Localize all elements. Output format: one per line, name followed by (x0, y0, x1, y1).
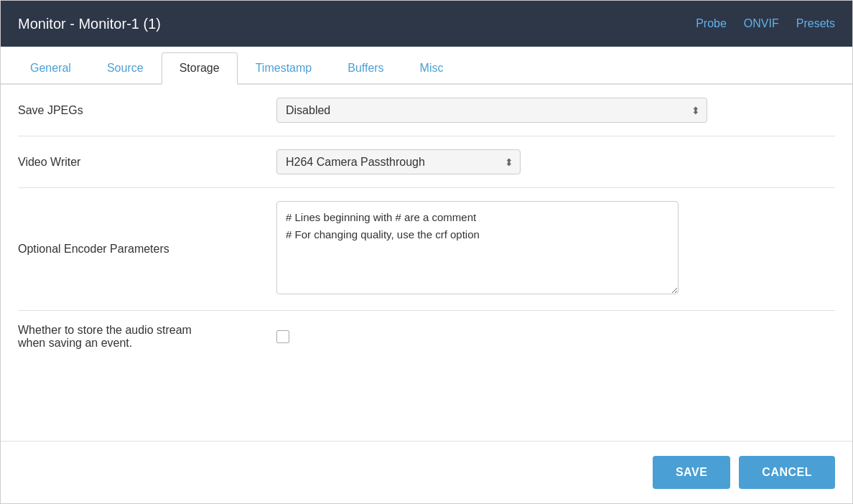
save-button[interactable]: SAVE (653, 456, 730, 489)
save-jpegs-select[interactable]: Disabled Enabled (276, 98, 707, 123)
encoder-params-control: # Lines beginning with # are a comment #… (276, 201, 835, 297)
video-writer-row: Video Writer H264 Camera Passthrough MPE… (18, 136, 835, 188)
encoder-params-row: Optional Encoder Parameters # Lines begi… (18, 188, 835, 311)
video-writer-select-wrapper: H264 Camera Passthrough MPEG-4 H264 H265… (276, 149, 521, 174)
video-writer-select[interactable]: H264 Camera Passthrough MPEG-4 H264 H265 (276, 149, 521, 174)
save-jpegs-row: Save JPEGs Disabled Enabled ⬍ (18, 85, 835, 136)
header: Monitor - Monitor-1 (1) Probe ONVIF Pres… (1, 1, 852, 47)
encoder-params-label: Optional Encoder Parameters (18, 243, 276, 256)
tab-timestamp[interactable]: Timestamp (238, 52, 330, 85)
audio-stream-row: Whether to store the audio streamwhen sa… (18, 311, 835, 363)
onvif-link[interactable]: ONVIF (744, 17, 779, 30)
header-title: Monitor - Monitor-1 (1) (18, 16, 161, 32)
audio-stream-control (276, 330, 835, 343)
audio-stream-checkbox[interactable] (276, 330, 289, 343)
cancel-button[interactable]: CANCEL (739, 456, 835, 489)
header-links: Probe ONVIF Presets (696, 17, 835, 30)
encoder-params-textarea[interactable]: # Lines beginning with # are a comment #… (276, 201, 679, 294)
video-writer-control: H264 Camera Passthrough MPEG-4 H264 H265… (276, 149, 835, 174)
presets-link[interactable]: Presets (796, 17, 835, 30)
save-jpegs-select-wrapper: Disabled Enabled ⬍ (276, 98, 707, 123)
video-writer-label: Video Writer (18, 156, 276, 169)
save-jpegs-control: Disabled Enabled ⬍ (276, 98, 835, 123)
probe-link[interactable]: Probe (696, 17, 727, 30)
tab-source[interactable]: Source (89, 52, 162, 85)
save-jpegs-label: Save JPEGs (18, 104, 276, 117)
audio-stream-checkbox-wrapper (276, 330, 835, 343)
tab-general[interactable]: General (12, 52, 89, 85)
modal-container: Monitor - Monitor-1 (1) Probe ONVIF Pres… (0, 0, 853, 504)
tab-buffers[interactable]: Buffers (330, 52, 401, 85)
footer: SAVE CANCEL (1, 441, 852, 503)
tabs-row: General Source Storage Timestamp Buffers… (1, 52, 852, 85)
audio-stream-label: Whether to store the audio streamwhen sa… (18, 324, 276, 350)
tab-misc[interactable]: Misc (402, 52, 462, 85)
tab-storage[interactable]: Storage (162, 52, 238, 85)
form-content: Save JPEGs Disabled Enabled ⬍ Video Writ… (1, 85, 852, 441)
